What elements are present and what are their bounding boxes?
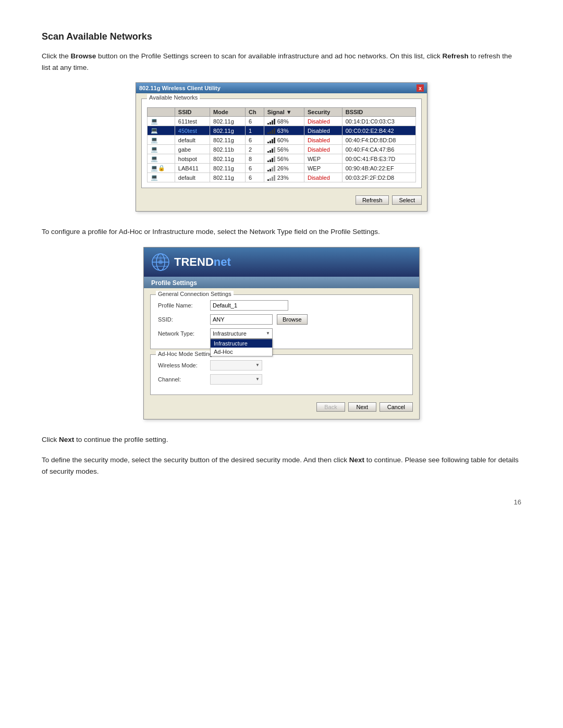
network-type-row: Network Type: Infrastructure ▼ Infrastru… — [158, 328, 405, 339]
scan-title-text: 802.11g Wireless Client Utility — [139, 85, 221, 91]
profile-button-row: Back Next Cancel — [150, 400, 413, 413]
ssid-label: SSID: — [158, 316, 210, 323]
row-mode: 802.11g — [210, 135, 246, 145]
network-type-popup: Infrastructure Ad-Hoc — [210, 339, 273, 356]
table-row[interactable]: 💻hotspot802.11g856%WEP00:0C:41:FB:E3:7D — [148, 154, 416, 164]
table-header-row: SSID Mode Ch Signal ▼ Security BSSID — [148, 108, 416, 117]
wireless-mode-dropdown[interactable]: ▼ — [210, 360, 262, 371]
row-icon: 💻 — [148, 154, 175, 164]
row-icon: 💻🔒 — [148, 164, 175, 173]
net-text: net — [214, 255, 231, 268]
intro-paragraph: Click the Browse button on the Profile S… — [42, 51, 521, 73]
dropdown-option-infrastructure[interactable]: Infrastructure — [211, 339, 272, 348]
row-icon: 💻 — [148, 145, 175, 154]
row-security: Disabled — [304, 145, 342, 154]
col-security: Security — [304, 108, 342, 117]
row-ssid: gabe — [175, 145, 210, 154]
adhoc-settings-group: Ad-Hoc Mode Settings Wireless Mode: ▼ Ch… — [150, 354, 413, 395]
profile-name-row: Profile Name: — [158, 300, 405, 311]
channel-row: Channel: ▼ — [158, 374, 405, 385]
row-signal: 56% — [264, 145, 304, 154]
networks-table: SSID Mode Ch Signal ▼ Security BSSID 💻61… — [147, 107, 416, 182]
page-title: Scan Available Networks — [42, 31, 521, 42]
profile-name-input[interactable] — [210, 300, 288, 311]
network-type-dropdown-container: Infrastructure ▼ Infrastructure Ad-Hoc — [210, 328, 273, 339]
row-security: WEP — [304, 164, 342, 173]
profile-name-label: Profile Name: — [158, 302, 210, 309]
col-icon — [148, 108, 175, 117]
row-ch: 2 — [246, 145, 264, 154]
table-row[interactable]: 💻default802.11g623%Disabled00:03:2F:2F:D… — [148, 173, 416, 182]
intro-text-mid: button on the Profile Settings screen to… — [96, 52, 442, 60]
row-security: Disabled — [304, 126, 342, 135]
row-bssid: 00:14:D1:C0:03:C3 — [342, 117, 415, 126]
profile-subtitle-text: Profile Settings — [151, 279, 197, 287]
profile-body: General Connection Settings Profile Name… — [144, 288, 419, 419]
profile-header: TRENDnet — [144, 248, 419, 277]
refresh-button[interactable]: Refresh — [356, 195, 389, 205]
row-ssid: LAB411 — [175, 164, 210, 173]
row-bssid: 00:0C:41:FB:E3:7D — [342, 154, 415, 164]
table-row[interactable]: 💻611test802.11g668%Disabled00:14:D1:C0:0… — [148, 117, 416, 126]
row-security: Disabled — [304, 173, 342, 182]
table-row[interactable]: 💻450test802.11g163%Disabled00:C0:02:E2:B… — [148, 126, 416, 135]
row-mode: 802.11b — [210, 145, 246, 154]
page-number: 16 — [42, 498, 521, 506]
network-type-dropdown[interactable]: Infrastructure ▼ — [210, 328, 273, 339]
row-ssid: 611test — [175, 117, 210, 126]
row-mode: 802.11g — [210, 117, 246, 126]
row-ch: 6 — [246, 117, 264, 126]
col-mode: Mode — [210, 108, 246, 117]
network-type-label: Network Type: — [158, 330, 210, 337]
row-security: Disabled — [304, 117, 342, 126]
select-button[interactable]: Select — [392, 195, 422, 205]
next-button[interactable]: Next — [348, 402, 376, 412]
browse-button[interactable]: Browse — [277, 314, 308, 325]
table-row[interactable]: 💻default802.11g660%Disabled00:40:F4:DD:8… — [148, 135, 416, 145]
row-security: WEP — [304, 154, 342, 164]
row-mode: 802.11g — [210, 173, 246, 182]
desc2-bold-next: Next — [59, 436, 74, 443]
ssid-row: SSID: Browse — [158, 314, 405, 325]
row-icon: 💻 — [148, 117, 175, 126]
adhoc-group-label: Ad-Hoc Mode Settings — [156, 351, 217, 357]
intro-bold-browse: Browse — [71, 52, 96, 60]
row-icon: 💻 — [148, 126, 175, 135]
table-row[interactable]: 💻🔒LAB411802.11g626%WEP00:90:4B:A0:22:EF — [148, 164, 416, 173]
desc1-paragraph: To configure a profile for Ad-Hoc or Inf… — [42, 226, 521, 238]
col-ch: Ch — [246, 108, 264, 117]
back-button[interactable]: Back — [316, 402, 345, 412]
row-ssid: default — [175, 173, 210, 182]
row-signal: 63% — [264, 126, 304, 135]
row-signal: 68% — [264, 117, 304, 126]
row-icon: 💻 — [148, 135, 175, 145]
row-ssid: 450test — [175, 126, 210, 135]
scan-window: 802.11g Wireless Client Utility x Availa… — [136, 82, 427, 212]
desc2-end: to continue the profile setting. — [74, 436, 168, 443]
intro-bold-refresh: Refresh — [442, 52, 468, 60]
col-signal: Signal ▼ — [264, 108, 304, 117]
cancel-button[interactable]: Cancel — [380, 402, 413, 412]
table-row[interactable]: 💻gabe802.11b256%Disabled00:40:F4:CA:47:B… — [148, 145, 416, 154]
row-mode: 802.11g — [210, 154, 246, 164]
channel-dropdown[interactable]: ▼ — [210, 374, 262, 385]
scan-titlebar: 802.11g Wireless Client Utility x — [136, 83, 427, 93]
desc3-paragraph: To define the security mode, select the … — [42, 454, 521, 477]
row-ch: 1 — [246, 126, 264, 135]
row-signal: 60% — [264, 135, 304, 145]
row-mode: 802.11g — [210, 164, 246, 173]
row-bssid: 00:03:2F:2F:D2:D8 — [342, 173, 415, 182]
channel-label: Channel: — [158, 376, 210, 382]
dropdown-selected-value: Infrastructure — [213, 330, 247, 337]
close-icon[interactable]: x — [417, 84, 424, 92]
row-ch: 6 — [246, 173, 264, 182]
group-box-label: Available Networks — [147, 94, 200, 101]
desc3-pre: To define the security mode, select the … — [42, 456, 349, 464]
row-mode: 802.11g — [210, 126, 246, 135]
dropdown-option-adhoc[interactable]: Ad-Hoc — [211, 348, 272, 356]
ssid-input[interactable] — [210, 314, 273, 325]
col-bssid: BSSID — [342, 108, 415, 117]
row-bssid: 00:40:F4:CA:47:B6 — [342, 145, 415, 154]
channel-arrow-icon: ▼ — [255, 377, 260, 381]
trendnet-globe-icon — [151, 253, 170, 272]
